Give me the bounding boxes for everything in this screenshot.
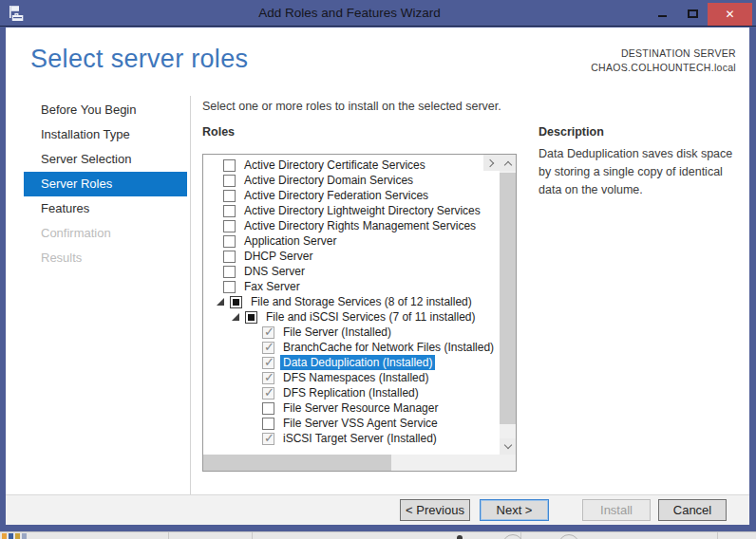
- checkbox-unchecked-icon[interactable]: [223, 190, 236, 202]
- role-row[interactable]: File Server VSS Agent Service: [203, 416, 500, 431]
- checkbox-unchecked-icon[interactable]: [223, 251, 236, 263]
- checkbox-checked-icon[interactable]: [262, 342, 274, 354]
- checkbox-unchecked-icon[interactable]: [262, 418, 274, 430]
- checkbox-unchecked-icon[interactable]: [223, 175, 236, 187]
- role-row[interactable]: Application Server: [203, 233, 500, 249]
- expanded-triangle-icon[interactable]: [232, 313, 239, 321]
- checkbox-unchecked-icon[interactable]: [223, 281, 236, 293]
- role-label: Application Server: [244, 234, 336, 248]
- destination-host: CHAOS.COLHOUNTECH.local: [591, 61, 736, 75]
- checkbox-unchecked-icon[interactable]: [223, 159, 236, 172]
- checkbox-unchecked-icon[interactable]: [223, 220, 236, 232]
- role-row[interactable]: File Server Resource Manager: [203, 400, 500, 416]
- role-row[interactable]: DFS Replication (Installed): [203, 385, 500, 400]
- checkbox-unchecked-icon[interactable]: [223, 205, 236, 217]
- role-row[interactable]: Active Directory Rights Management Servi…: [203, 218, 500, 233]
- background-window-sliver: [0, 531, 756, 539]
- wizard-window: Add Roles and Features Wizard ✕ Select s…: [0, 0, 756, 531]
- previous-button[interactable]: < Previous: [400, 499, 470, 521]
- checkbox-checked-icon[interactable]: [262, 326, 274, 339]
- checkbox-checked-icon[interactable]: [262, 372, 274, 384]
- background-divider: [717, 532, 718, 539]
- role-row-group[interactable]: File and iSCSI Services (7 of 11 install…: [203, 309, 500, 325]
- role-label: iSCSI Target Server (Installed): [283, 432, 437, 445]
- role-row[interactable]: DHCP Server: [203, 249, 500, 264]
- role-row[interactable]: iSCSI Target Server (Installed): [203, 431, 500, 446]
- cancel-button[interactable]: Cancel: [658, 499, 727, 521]
- description-text: Data Deduplication saves disk space by s…: [539, 145, 744, 199]
- chevron-right-icon: [485, 158, 493, 166]
- checkbox-unchecked-icon[interactable]: [223, 266, 236, 278]
- role-label: File Server VSS Agent Service: [283, 417, 438, 430]
- titlebar[interactable]: Add Roles and Features Wizard ✕: [0, 0, 756, 27]
- checkbox-checked-icon[interactable]: [262, 387, 274, 400]
- role-label: DHCP Server: [244, 250, 312, 263]
- nav-confirmation: Confirmation: [6, 221, 190, 246]
- destination-server: DESTINATION SERVER CHAOS.COLHOUNTECH.loc…: [591, 46, 736, 75]
- scroll-right-button[interactable]: [483, 155, 500, 171]
- background-divider: [252, 532, 253, 539]
- nav-before-you-begin[interactable]: Before You Begin: [6, 98, 190, 122]
- nav-server-roles[interactable]: Server Roles: [24, 172, 187, 196]
- scroll-down-button[interactable]: [500, 438, 516, 455]
- description-heading: Description: [539, 125, 604, 139]
- nav-separator: [190, 96, 191, 494]
- role-label: Active Directory Domain Services: [244, 174, 413, 187]
- role-row[interactable]: BranchCache for Network Files (Installed…: [203, 340, 500, 355]
- close-button[interactable]: ✕: [708, 3, 752, 26]
- close-icon: ✕: [725, 8, 734, 21]
- role-row[interactable]: Fax Server: [203, 279, 500, 294]
- background-tile-icons: [2, 533, 27, 539]
- destination-label: DESTINATION SERVER: [591, 46, 736, 61]
- minimize-icon: [658, 15, 667, 17]
- role-row[interactable]: DFS Namespaces (Installed): [203, 370, 500, 385]
- checkbox-partial-icon[interactable]: [245, 311, 257, 324]
- role-label: File Server (Installed): [283, 325, 391, 339]
- role-row-group[interactable]: File and Storage Services (8 of 12 insta…: [203, 294, 500, 309]
- role-label: BranchCache for Network Files (Installed…: [283, 341, 494, 354]
- checkbox-checked-icon[interactable]: [262, 433, 274, 445]
- roles-rows: Active Directory Certificate Services Ac…: [203, 155, 500, 455]
- roles-list: Active Directory Certificate Services Ac…: [202, 154, 517, 472]
- expanded-triangle-icon[interactable]: [217, 298, 224, 306]
- vertical-scroll-thumb[interactable]: [500, 173, 516, 424]
- nav-server-selection[interactable]: Server Selection: [6, 147, 190, 172]
- role-label: Fax Server: [244, 280, 300, 293]
- role-label: File and iSCSI Services (7 of 11 install…: [266, 310, 476, 324]
- nav-installation-type[interactable]: Installation Type: [6, 122, 190, 147]
- scrollbar-corner: [500, 455, 516, 471]
- instruction-text: Select one or more roles to install on t…: [202, 100, 501, 113]
- screen: Add Roles and Features Wizard ✕ Select s…: [0, 0, 756, 539]
- role-label: Active Directory Federation Services: [244, 189, 428, 202]
- page-title: Select server roles: [30, 45, 248, 74]
- role-row[interactable]: Active Directory Domain Services: [203, 173, 500, 188]
- chevron-up-icon: [503, 160, 511, 168]
- role-row[interactable]: Active Directory Federation Services: [203, 188, 500, 203]
- role-row[interactable]: File Server (Installed): [203, 325, 500, 340]
- role-label: Active Directory Rights Management Servi…: [244, 219, 476, 232]
- checkbox-checked-icon[interactable]: [262, 357, 274, 369]
- role-row[interactable]: DNS Server: [203, 264, 500, 279]
- next-button[interactable]: Next >: [480, 499, 549, 521]
- horizontal-scroll-thumb[interactable]: [203, 455, 391, 471]
- role-label: DNS Server: [244, 265, 305, 278]
- checkbox-unchecked-icon[interactable]: [223, 235, 236, 248]
- checkbox-partial-icon[interactable]: [230, 296, 242, 308]
- role-row[interactable]: Active Directory Certificate Services: [203, 158, 500, 173]
- checkbox-unchecked-icon[interactable]: [262, 402, 274, 415]
- chevron-down-icon: [503, 440, 511, 448]
- nav-features[interactable]: Features: [6, 196, 190, 221]
- background-circle: [558, 534, 579, 539]
- background-divider: [168, 532, 169, 539]
- window-title: Add Roles and Features Wizard: [57, 0, 642, 27]
- maximize-button[interactable]: [677, 0, 708, 25]
- install-button: Install: [582, 499, 651, 521]
- role-label: Data Deduplication (Installed): [280, 355, 435, 370]
- role-row-selected[interactable]: Data Deduplication (Installed): [203, 355, 500, 370]
- minimize-button[interactable]: [647, 0, 677, 25]
- role-row[interactable]: Active Directory Lightweight Directory S…: [203, 203, 500, 218]
- scroll-up-button[interactable]: [500, 155, 516, 171]
- role-label: Active Directory Lightweight Directory S…: [244, 204, 481, 217]
- horizontal-scrollbar[interactable]: [203, 455, 500, 471]
- vertical-scrollbar[interactable]: [500, 155, 516, 455]
